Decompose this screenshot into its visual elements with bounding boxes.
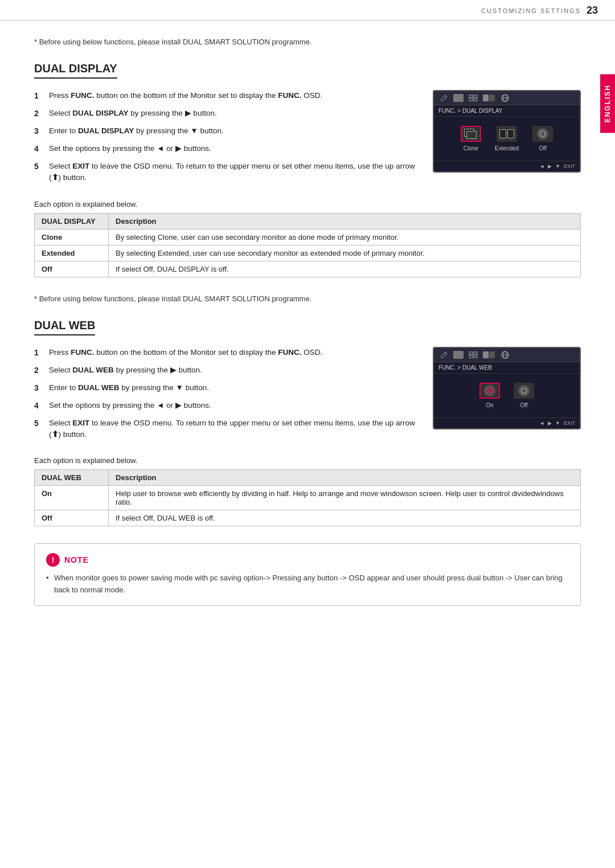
step-1: 1 Press FUNC. button on the bottom of th… — [34, 90, 416, 102]
svg-rect-1 — [469, 95, 473, 97]
dual-display-note-top: * Before using below functions, please i… — [34, 38, 581, 46]
note-header: ! NOTE — [46, 553, 569, 567]
dw-table-col2-header: Description — [109, 470, 581, 486]
table-row: Extended By selecting Extended, user can… — [35, 245, 581, 261]
monitor-option-clone: Clone — [461, 126, 481, 152]
step-4: 4 Set the options by pressing the ◄ or ▶… — [34, 143, 416, 155]
dual-display-heading: DUAL DISPLAY — [34, 62, 581, 90]
note-content: When monitor goes to power saving mode w… — [46, 572, 569, 596]
svg-rect-4 — [474, 99, 477, 101]
svg-rect-10 — [469, 352, 473, 354]
note-icon: ! — [46, 553, 60, 567]
dw-off-icon — [514, 383, 534, 399]
dual-display-explained: Each option is explained below. — [34, 200, 581, 208]
dw-monitor-icon-display — [453, 351, 464, 359]
dw-table-cell-on-label: On — [35, 486, 109, 510]
monitor-screen: FUNC. > DUAL DISPLAY Clone — [433, 90, 581, 173]
dw-table-row-off: Off If select Off, DUAL WEB is off. — [35, 510, 581, 526]
note-title: NOTE — [64, 555, 89, 564]
extended-icon — [497, 126, 517, 142]
step-3: 3 Enter to DUAL DISPLAY by pressing the … — [34, 125, 416, 137]
svg-rect-13 — [474, 355, 477, 358]
dw-monitor-breadcrumb: FUNC. > DUAL WEB — [434, 362, 580, 374]
monitor-breadcrumb: FUNC. > DUAL DISPLAY — [434, 105, 580, 117]
off-icon — [532, 126, 553, 142]
table-col1-header: DUAL DISPLAY — [35, 213, 109, 229]
svg-line-9 — [444, 353, 446, 354]
dual-display-monitor: FUNC. > DUAL DISPLAY Clone — [433, 90, 581, 190]
svg-point-8 — [540, 131, 546, 137]
dual-web-steps-list: 1 Press FUNC. button on the bottom of th… — [34, 347, 416, 441]
dual-display-body: 1 Press FUNC. button on the bottom of th… — [34, 90, 581, 190]
monitor-icon-globe — [500, 94, 510, 102]
table-cell-extended-desc: By selecting Extended, user can use seco… — [109, 245, 581, 261]
table-cell-clone-desc: By selecting Clone, user can use seconda… — [109, 229, 581, 245]
dw-monitor-icon-splitscreen — [483, 351, 495, 359]
dw-monitor-option-off: Off — [514, 383, 534, 408]
language-tab: ENGLISH — [600, 74, 615, 133]
dw-monitor-option-on: On — [479, 383, 500, 408]
svg-point-20 — [523, 390, 525, 392]
dual-web-steps: 1 Press FUNC. button on the bottom of th… — [34, 347, 416, 447]
dw-monitor-icon-pencil — [438, 351, 449, 359]
table-header-row: DUAL DISPLAY Description — [35, 213, 581, 229]
dw-on-icon — [479, 383, 500, 399]
page-header: CUSTOMIZING SETTINGS 23 — [0, 0, 615, 21]
monitor-options: Clone Extended — [434, 117, 580, 156]
dw-monitor-footer: ◄ ▶ ▼ EXIT — [434, 417, 580, 428]
dual-web-monitor-screen: FUNC. > DUAL WEB On — [433, 347, 581, 429]
table-cell-off-label: Off — [35, 261, 109, 277]
dual-web-note-top: * Before using below functions, please i… — [34, 294, 581, 303]
svg-rect-11 — [474, 352, 477, 354]
svg-line-0 — [444, 96, 446, 97]
dw-monitor-icon-globe — [500, 351, 510, 359]
note-item-1: When monitor goes to power saving mode w… — [46, 572, 569, 596]
dw-step-2: 2 Select DUAL WEB by pressing the ▶ butt… — [34, 365, 416, 376]
step-2: 2 Select DUAL DISPLAY by pressing the ▶ … — [34, 108, 416, 120]
monitor-option-extended: Extended — [495, 126, 519, 152]
dual-web-heading: DUAL WEB — [34, 319, 581, 347]
dual-web-explained: Each option is explained below. — [34, 456, 581, 465]
dw-step-4: 4 Set the options by pressing the ◄ or ▶… — [34, 400, 416, 412]
monitor-icon-display — [453, 94, 464, 102]
clone-icon — [461, 126, 481, 142]
monitor-option-off: Off — [532, 126, 553, 152]
dw-step-1: 1 Press FUNC. button on the bottom of th… — [34, 347, 416, 359]
dw-monitor-icon-grid — [468, 351, 478, 359]
monitor-icon-pencil — [438, 94, 449, 102]
svg-rect-3 — [469, 99, 473, 101]
table-row: Off If select Off, DUAL DISPLAY is off. — [35, 261, 581, 277]
section-title: CUSTOMIZING SETTINGS — [481, 7, 581, 14]
dw-step-3: 3 Enter to DUAL WEB by pressing the ▼ bu… — [34, 382, 416, 394]
table-col2-header: Description — [109, 213, 581, 229]
dual-web-monitor: FUNC. > DUAL WEB On — [433, 347, 581, 447]
steps-list: 1 Press FUNC. button on the bottom of th… — [34, 90, 416, 184]
dw-table-col1-header: DUAL WEB — [35, 470, 109, 486]
note-box: ! NOTE When monitor goes to power saving… — [34, 543, 581, 606]
dual-display-table: DUAL DISPLAY Description Clone By select… — [34, 213, 581, 277]
dw-table-cell-off-desc: If select Off, DUAL WEB is off. — [109, 510, 581, 526]
table-cell-off-desc: If select Off, DUAL DISPLAY is off. — [109, 261, 581, 277]
dw-table-row-on: On Help user to browse web efficiently b… — [35, 486, 581, 510]
dual-web-body: 1 Press FUNC. button on the bottom of th… — [34, 347, 581, 447]
table-row: Clone By selecting Clone, user can use s… — [35, 229, 581, 245]
monitor-icon-grid — [468, 94, 478, 102]
step-5: 5 Select EXIT to leave the OSD menu. To … — [34, 161, 416, 184]
main-content: * Before using below functions, please i… — [0, 21, 615, 623]
dual-web-monitor-topbar — [434, 348, 580, 362]
svg-point-18 — [489, 390, 491, 392]
dw-step-5: 5 Select EXIT to leave the OSD menu. To … — [34, 417, 416, 441]
dw-table-header-row: DUAL WEB Description — [35, 470, 581, 486]
table-cell-clone-label: Clone — [35, 229, 109, 245]
table-cell-extended-label: Extended — [35, 245, 109, 261]
monitor-topbar — [434, 91, 580, 105]
dw-table-cell-off-label: Off — [35, 510, 109, 526]
dual-display-steps: 1 Press FUNC. button on the bottom of th… — [34, 90, 416, 190]
page-number: 23 — [587, 5, 598, 17]
svg-rect-12 — [469, 355, 473, 358]
svg-rect-2 — [474, 95, 477, 97]
dual-web-table: DUAL WEB Description On Help user to bro… — [34, 469, 581, 526]
monitor-icon-splitscreen — [483, 94, 495, 102]
dw-monitor-options: On Off — [434, 374, 580, 413]
dw-table-cell-on-desc: Help user to browse web efficiently by d… — [109, 486, 581, 510]
